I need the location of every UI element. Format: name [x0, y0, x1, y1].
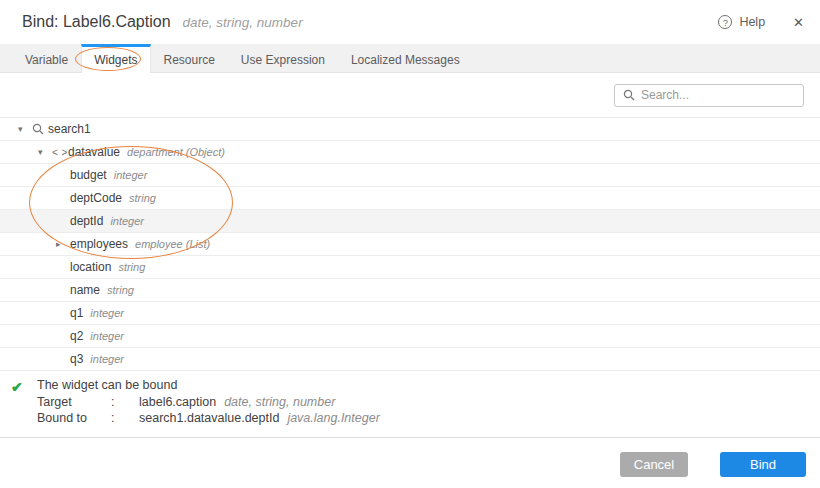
tree-node-label: q3: [70, 352, 83, 366]
tree-node-label: datavalue: [68, 145, 120, 159]
tree-node-type: integer: [90, 307, 124, 319]
target-label: Target: [37, 394, 111, 411]
tree-node-label: q1: [70, 306, 83, 320]
tree-node-label: q2: [70, 329, 83, 343]
tree-node-label: budget: [70, 168, 107, 182]
tree: ▾search1▾< >datavaluedepartment (Object)…: [0, 118, 820, 371]
status-panel: ✔ The widget can be bound Target : label…: [0, 371, 820, 438]
tree-node-type: department (Object): [127, 146, 225, 158]
tree-node-label: search1: [48, 122, 91, 136]
footer: Cancel Bind: [0, 438, 820, 477]
dialog-header: Bind: Label6.Caption date, string, numbe…: [0, 0, 820, 44]
tab-bar: VariableWidgetsResourceUse ExpressionLoc…: [0, 44, 820, 73]
tab-label: Localized Messages: [351, 53, 460, 67]
check-icon: ✔: [11, 379, 23, 395]
tree-node-type: integer: [90, 330, 124, 342]
dialog-title: Bind: Label6.Caption: [22, 13, 171, 31]
bound-to-label: Bound to: [37, 410, 111, 427]
help-icon: ?: [718, 15, 732, 29]
tree-row-deptId[interactable]: deptIdinteger: [0, 210, 820, 233]
bound-to-type: java.lang.Integer: [287, 410, 379, 427]
chevron-right-icon[interactable]: ▸: [56, 239, 70, 249]
tree-node-label: deptCode: [70, 191, 122, 205]
status-lines: The widget can be bound Target : label6.…: [37, 377, 380, 427]
bound-to-value: search1.datavalue.deptId: [139, 410, 279, 427]
chevron-down-icon[interactable]: ▾: [18, 124, 32, 134]
tree-node-label: deptId: [70, 214, 103, 228]
tree-node-type: string: [129, 192, 156, 204]
tree-node-label: name: [70, 283, 100, 297]
tab-label: Variable: [25, 53, 68, 67]
tree-node-type: string: [107, 284, 134, 296]
tree-node-label: employees: [70, 237, 128, 251]
tree-node-type: employee (List): [135, 238, 210, 250]
search-icon: [623, 89, 635, 101]
target-colon: :: [111, 394, 139, 411]
tree-node-type: integer: [110, 215, 144, 227]
target-value: label6.caption: [139, 394, 216, 411]
target-line: Target : label6.caption date, string, nu…: [37, 394, 380, 411]
tab-use-expression[interactable]: Use Expression: [228, 44, 338, 72]
status-message: The widget can be bound: [37, 377, 380, 394]
tree-row-deptCode[interactable]: deptCodestring: [0, 187, 820, 210]
tree-row-name[interactable]: namestring: [0, 279, 820, 302]
chevron-down-icon[interactable]: ▾: [38, 147, 52, 157]
tree-node-type: string: [118, 261, 145, 273]
tree-row-location[interactable]: locationstring: [0, 256, 820, 279]
bind-dialog: Bind: Label6.Caption date, string, numbe…: [0, 0, 820, 488]
tree-row-q1[interactable]: q1integer: [0, 302, 820, 325]
tab-label: Widgets: [94, 53, 137, 67]
tree-row-employees[interactable]: ▸employeesemployee (List): [0, 233, 820, 256]
bound-to-colon: :: [111, 410, 139, 427]
search-box[interactable]: [614, 84, 804, 107]
bound-to-line: Bound to : search1.datavalue.deptId java…: [37, 410, 380, 427]
tab-label: Use Expression: [241, 53, 325, 67]
code-icon: < >: [52, 147, 68, 158]
search-icon: [32, 123, 48, 135]
search-input[interactable]: [635, 88, 803, 102]
check-column: ✔: [0, 377, 37, 427]
tab-resource[interactable]: Resource: [151, 44, 228, 72]
tab-label: Resource: [164, 53, 215, 67]
toolbar: [0, 73, 820, 118]
help-label: Help: [739, 15, 765, 29]
target-type: date, string, number: [224, 394, 335, 411]
tab-widgets[interactable]: Widgets: [81, 44, 150, 72]
cancel-button[interactable]: Cancel: [620, 452, 688, 477]
tree-row-budget[interactable]: budgetinteger: [0, 164, 820, 187]
help-button[interactable]: ? Help: [718, 15, 765, 29]
tree-node-label: location: [70, 260, 111, 274]
tab-variable[interactable]: Variable: [12, 44, 81, 72]
close-icon[interactable]: ✕: [793, 15, 804, 30]
tree-node-type: integer: [114, 169, 148, 181]
bind-button[interactable]: Bind: [720, 452, 806, 477]
tree-row-datavalue[interactable]: ▾< >datavaluedepartment (Object): [0, 141, 820, 164]
tab-localized-messages[interactable]: Localized Messages: [338, 44, 473, 72]
tree-row-search1[interactable]: ▾search1: [0, 118, 820, 141]
tree-row-q3[interactable]: q3integer: [0, 348, 820, 371]
dialog-subtitle: date, string, number: [183, 15, 303, 30]
tree-node-type: integer: [90, 353, 124, 365]
tree-row-q2[interactable]: q2integer: [0, 325, 820, 348]
